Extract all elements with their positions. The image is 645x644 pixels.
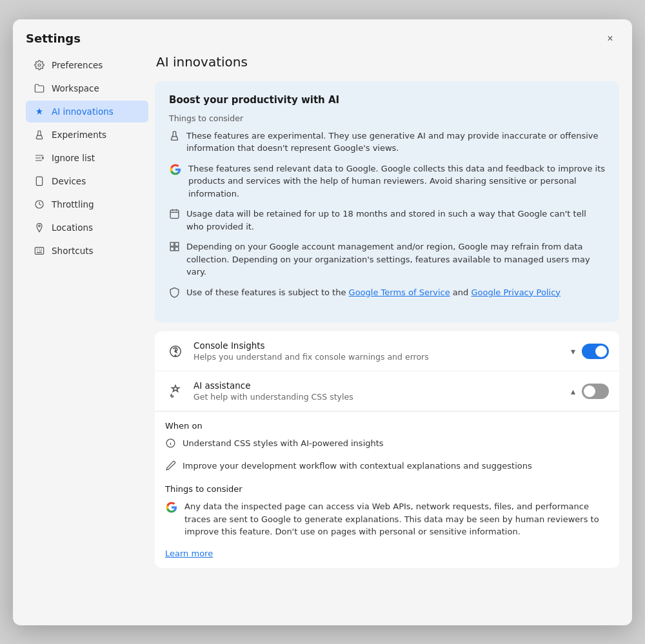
sidebar-item-ai-innovations[interactable]: AI innovations — [26, 101, 148, 122]
ai-assistance-toggle[interactable] — [582, 384, 609, 399]
ai-assistance-desc: Get help with understanding CSS styles — [194, 392, 571, 402]
sidebar-item-throttling[interactable]: Throttling — [26, 193, 148, 215]
sidebar-icon-ignore-list — [34, 152, 45, 164]
sidebar-item-locations[interactable]: Locations — [26, 217, 148, 239]
google-data-row: Any data the inspected page can access v… — [165, 500, 609, 538]
things-consider-2-label: Things to consider — [165, 484, 609, 494]
sidebar-item-shortcuts[interactable]: Shortcuts — [26, 240, 148, 262]
google-icon-2 — [165, 501, 178, 514]
info-row-google-data: These features send relevant data to Goo… — [169, 162, 605, 200]
sidebar-icon-experiments — [34, 129, 45, 141]
console-insights-chevron[interactable]: ▾ — [571, 346, 575, 356]
when-on-text-1: Understand CSS styles with AI-powered in… — [183, 437, 384, 450]
google-data-text: Any data the inspected page can access v… — [184, 500, 609, 538]
console-insights-row: Console Insights Helps you understand an… — [155, 331, 619, 371]
expanded-section: When on Understand CSS styles with AI-po… — [155, 411, 619, 568]
sidebar-label-ai-innovations: AI innovations — [52, 106, 114, 117]
page-title: AI innovations — [155, 54, 619, 70]
svg-rect-19 — [170, 247, 174, 251]
sidebar-item-workspace[interactable]: Workspace — [26, 77, 148, 99]
console-insights-desc: Helps you understand and fix console war… — [194, 352, 571, 362]
sidebar-icon-workspace — [34, 83, 45, 94]
when-row-css: Understand CSS styles with AI-powered in… — [165, 437, 609, 453]
shield-icon — [169, 287, 180, 302]
ai-assistance-row: AI assistance Get help with understandin… — [155, 371, 619, 411]
info-text-google-data: These features send relevant data to Goo… — [188, 162, 605, 200]
sidebar-label-experiments: Experiments — [52, 130, 106, 140]
things-consider-label: Things to consider — [169, 113, 605, 123]
console-insights-icon — [165, 341, 186, 362]
info-row-account: Depending on your Google account managem… — [169, 240, 605, 278]
sidebar-icon-preferences — [34, 59, 45, 71]
learn-more-link[interactable]: Learn more — [165, 549, 213, 558]
info-box-title: Boost your productivity with AI — [169, 94, 605, 106]
sidebar-icon-ai-innovations — [34, 106, 45, 117]
info-row-tos: Use of these features is subject to the … — [169, 286, 605, 302]
pencil-icon — [165, 460, 176, 476]
console-insights-toggle[interactable] — [582, 344, 609, 359]
sidebar-label-throttling: Throttling — [52, 199, 94, 210]
sidebar-icon-devices — [34, 175, 45, 187]
svg-rect-18 — [175, 242, 179, 246]
sidebar-label-ignore-list: Ignore list — [52, 153, 95, 163]
svg-point-10 — [39, 225, 41, 227]
privacy-link[interactable]: Google Privacy Policy — [471, 288, 561, 297]
info-circle-icon — [165, 438, 176, 453]
when-row-workflow: Improve your development workflow with c… — [165, 460, 609, 476]
info-row-experimental: These features are experimental. They us… — [169, 130, 605, 155]
info-text-usage: Usage data will be retained for up to 18… — [186, 208, 605, 233]
sidebar-icon-shortcuts — [34, 245, 45, 257]
sidebar-item-preferences[interactable]: Preferences — [26, 54, 148, 76]
ai-assistance-name: AI assistance — [194, 380, 571, 391]
window-title: Settings — [26, 32, 81, 45]
info-text-account: Depending on your Google account managem… — [186, 240, 605, 278]
title-bar: Settings × — [13, 19, 632, 54]
sidebar-label-preferences: Preferences — [52, 60, 103, 70]
svg-rect-20 — [175, 247, 179, 251]
sidebar-label-devices: Devices — [52, 176, 86, 186]
sidebar-item-ignore-list[interactable]: Ignore list — [26, 147, 148, 169]
svg-rect-13 — [170, 210, 179, 219]
info-text-tos: Use of these features is subject to the … — [186, 286, 561, 299]
ai-assistance-icon — [165, 381, 186, 402]
console-insights-info: Console Insights Helps you understand an… — [194, 340, 571, 362]
content-area: AI innovations Boost your productivity w… — [155, 54, 619, 612]
sidebar-icon-throttling — [34, 199, 45, 210]
ai-assistance-info: AI assistance Get help with understandin… — [194, 380, 571, 402]
sidebar-item-experiments[interactable]: Experiments — [26, 124, 148, 146]
sidebar-icon-locations — [34, 222, 45, 233]
features-card: Console Insights Helps you understand an… — [155, 331, 619, 568]
info-box: Boost your productivity with AI Things t… — [155, 81, 619, 323]
tos-link[interactable]: Google Terms of Service — [349, 288, 450, 297]
experimental-icon — [169, 130, 180, 146]
settings-window: Settings × PreferencesWorkspaceAI innova… — [13, 19, 632, 625]
sidebar-label-workspace: Workspace — [52, 83, 99, 93]
google-icon-1 — [169, 163, 182, 181]
svg-point-0 — [38, 64, 41, 66]
info-row-usage-data: Usage data will be retained for up to 18… — [169, 208, 605, 233]
svg-point-23 — [175, 355, 175, 355]
sidebar-label-locations: Locations — [52, 222, 93, 233]
when-on-label: When on — [165, 421, 609, 431]
console-insights-name: Console Insights — [194, 340, 571, 351]
main-layout: PreferencesWorkspaceAI innovationsExperi… — [13, 54, 632, 625]
when-on-text-2: Improve your development workflow with c… — [183, 460, 532, 473]
info-text-experimental: These features are experimental. They us… — [186, 130, 605, 155]
close-button[interactable]: × — [601, 30, 619, 48]
sidebar-item-devices[interactable]: Devices — [26, 170, 148, 192]
svg-rect-7 — [36, 177, 42, 185]
svg-rect-17 — [170, 242, 174, 246]
calendar-icon — [169, 208, 180, 224]
grid-icon — [169, 241, 180, 257]
ai-assistance-chevron[interactable]: ▴ — [571, 386, 575, 396]
sidebar-label-shortcuts: Shortcuts — [52, 246, 94, 256]
sidebar: PreferencesWorkspaceAI innovationsExperi… — [26, 54, 155, 612]
